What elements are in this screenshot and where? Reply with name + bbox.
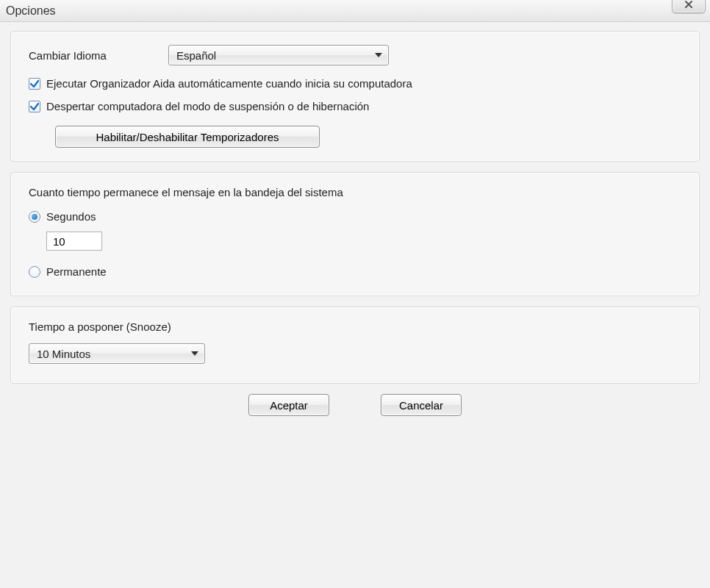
wake-checkbox[interactable] [29, 101, 40, 112]
close-button[interactable] [672, 0, 706, 13]
message-duration-label: Cuanto tiempo permanece el mensaje en la… [29, 186, 681, 198]
wake-row: Despertar computadora del modo de suspen… [29, 100, 681, 112]
language-value: Español [176, 49, 216, 62]
accept-button-label: Aceptar [270, 399, 308, 412]
autostart-row: Ejecutar Organizador Aida automáticament… [29, 77, 681, 90]
seconds-radio[interactable]: Segundos [29, 210, 681, 223]
language-label: Cambiar Idioma [29, 49, 168, 62]
close-icon [684, 0, 694, 10]
snooze-label: Tiempo a posponer (Snooze) [29, 320, 681, 333]
radio-dot-icon [29, 266, 40, 278]
snooze-value: 10 Minutos [37, 348, 90, 360]
chevron-down-icon [375, 53, 382, 57]
accept-button[interactable]: Aceptar [248, 394, 329, 416]
autostart-label: Ejecutar Organizador Aida automáticament… [46, 77, 412, 90]
footer-buttons: Aceptar Cancelar [10, 394, 700, 423]
chevron-down-icon [191, 351, 198, 356]
wake-label: Despertar computadora del modo de suspen… [46, 100, 369, 112]
seconds-input[interactable] [46, 232, 102, 251]
checkmark-icon [29, 101, 40, 112]
permanent-radio[interactable]: Permanente [29, 265, 681, 278]
cancel-button-label: Cancelar [399, 399, 443, 412]
window-title: Opciones [6, 4, 56, 18]
permanent-label: Permanente [46, 265, 107, 278]
language-combobox[interactable]: Español [168, 45, 389, 65]
checkmark-icon [29, 79, 40, 89]
group-general: Cambiar Idioma Español Ejecutar Organiza… [10, 31, 700, 162]
cancel-button[interactable]: Cancelar [381, 394, 462, 416]
seconds-label: Segundos [46, 210, 96, 223]
radio-dot-icon [29, 211, 40, 223]
content-area: Cambiar Idioma Español Ejecutar Organiza… [0, 22, 710, 423]
timers-button[interactable]: Habilitar/Deshabilitar Temporizadores [55, 126, 320, 148]
group-snooze: Tiempo a posponer (Snooze) 10 Minutos [10, 306, 700, 384]
titlebar: Opciones [0, 0, 710, 22]
group-tray-message: Cuanto tiempo permanece el mensaje en la… [10, 172, 700, 296]
autostart-checkbox[interactable] [29, 78, 40, 90]
snooze-combobox[interactable]: 10 Minutos [29, 343, 205, 364]
timers-button-label: Habilitar/Deshabilitar Temporizadores [96, 131, 279, 143]
